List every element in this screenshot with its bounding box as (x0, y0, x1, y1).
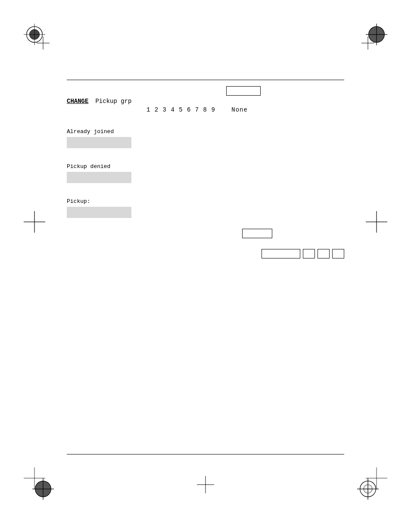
bottom-small-box-1[interactable] (303, 249, 315, 258)
section-pickup: Pickup: (67, 198, 344, 220)
center-input-box[interactable] (242, 229, 272, 238)
bottom-wide-input[interactable] (262, 249, 300, 258)
none-label: None (231, 106, 248, 113)
pickup-label: Pickup: (67, 198, 344, 205)
bottom-small-box-2[interactable] (318, 249, 330, 258)
section-pickup-denied: Pickup denied (67, 163, 344, 185)
reg-mark-top-right-2 (361, 37, 374, 50)
already-joined-label: Already joined (67, 128, 344, 135)
numbers-row: 1 2 3 4 5 6 7 8 9 None (146, 106, 248, 113)
reg-mark-bottom-right-2 (357, 478, 379, 500)
already-joined-box (67, 137, 131, 148)
pickup-grp-label: Pickup grp (95, 98, 131, 105)
top-input-box[interactable] (226, 86, 261, 96)
reg-mark-top-left-2 (37, 37, 50, 50)
reg-mark-middle-left (24, 211, 45, 233)
change-label[interactable]: CHANGE (67, 98, 88, 105)
section-already-joined: Already joined (67, 128, 344, 150)
reg-mark-bottom-left-2 (32, 478, 54, 500)
bottom-rule (67, 454, 344, 454)
pickup-denied-label: Pickup denied (67, 163, 344, 170)
bottom-small-box-3[interactable] (332, 249, 344, 258)
pickup-box (67, 207, 131, 218)
main-content: CHANGE Pickup grp 1 2 3 4 5 6 7 8 9 None… (67, 86, 344, 258)
reg-mark-bottom-center (197, 476, 214, 493)
pickup-denied-box (67, 172, 131, 183)
change-row: CHANGE Pickup grp (67, 98, 344, 105)
top-rule (67, 80, 344, 80)
